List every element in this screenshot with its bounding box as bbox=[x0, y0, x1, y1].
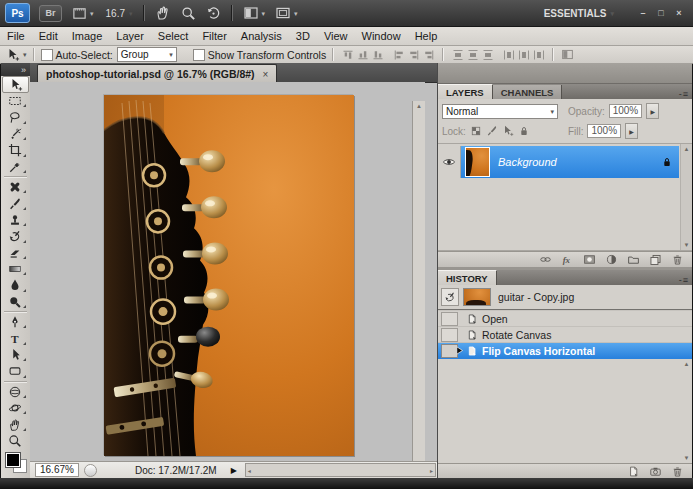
hand-tool[interactable] bbox=[1, 416, 28, 432]
rotate-view-button[interactable] bbox=[206, 6, 221, 21]
tab-close-icon[interactable]: × bbox=[263, 69, 269, 80]
add-layer-mask-button[interactable] bbox=[583, 253, 596, 266]
history-snapshot-row[interactable]: guitar - Copy.jpg bbox=[438, 285, 692, 311]
blur-tool[interactable] bbox=[1, 277, 28, 293]
quick-selection-tool[interactable] bbox=[1, 126, 28, 142]
canvas-image[interactable] bbox=[104, 95, 354, 456]
menu-image[interactable]: Image bbox=[65, 27, 110, 45]
menu-file[interactable]: File bbox=[0, 27, 32, 45]
lock-image-pixels-button[interactable] bbox=[486, 125, 498, 137]
distribute-right-edges-button[interactable] bbox=[531, 48, 546, 61]
opacity-slider-button[interactable]: ▶ bbox=[646, 103, 659, 119]
menu-help[interactable]: Help bbox=[408, 27, 445, 45]
scroll-up-icon[interactable]: ▲ bbox=[684, 359, 690, 369]
auto-select-checkbox[interactable] bbox=[41, 49, 53, 61]
3d-rotate-tool[interactable] bbox=[1, 384, 28, 400]
align-right-edges-button[interactable] bbox=[421, 48, 436, 61]
dock-header[interactable] bbox=[438, 63, 692, 84]
panel-menu-button[interactable]: - ≡ bbox=[679, 89, 692, 99]
scroll-up-icon[interactable]: ▲ bbox=[684, 144, 690, 154]
blend-mode-dropdown[interactable]: Normal ▾ bbox=[442, 104, 558, 119]
close-button[interactable]: × bbox=[672, 7, 686, 20]
tab-layers[interactable]: LAYERS bbox=[438, 84, 493, 99]
link-layers-button[interactable] bbox=[539, 253, 552, 266]
menu-layer[interactable]: Layer bbox=[109, 27, 151, 45]
brush-tool[interactable] bbox=[1, 195, 28, 211]
launch-bridge-button[interactable]: Br bbox=[39, 5, 62, 22]
gradient-tool[interactable] bbox=[1, 261, 28, 277]
align-bottom-edges-button[interactable] bbox=[370, 48, 385, 61]
menu-analysis[interactable]: Analysis bbox=[234, 27, 289, 45]
workspace-switcher[interactable]: ESSENTIALS bbox=[544, 8, 607, 19]
horizontal-type-tool[interactable] bbox=[1, 330, 28, 346]
scroll-up-icon[interactable]: ▲ bbox=[416, 101, 422, 111]
distribute-vertical-centers-button[interactable] bbox=[465, 48, 480, 61]
layer-row-background[interactable]: Background bbox=[438, 146, 679, 178]
history-state-flip-canvas-horizontal[interactable]: Flip Canvas Horizontal bbox=[438, 343, 692, 359]
menu-3d[interactable]: 3D bbox=[289, 27, 317, 45]
zoom-tool[interactable] bbox=[1, 433, 28, 449]
history-state-rotate-canvas[interactable]: Rotate Canvas bbox=[438, 327, 692, 343]
photoshop-logo[interactable]: Ps bbox=[5, 3, 30, 23]
distribute-left-edges-button[interactable] bbox=[501, 48, 516, 61]
align-top-edges-button[interactable] bbox=[340, 48, 355, 61]
distribute-horizontal-centers-button[interactable] bbox=[516, 48, 531, 61]
screen-mode-button[interactable]: ▾ bbox=[275, 5, 298, 21]
auto-align-layers-button[interactable] bbox=[560, 48, 575, 61]
menu-select[interactable]: Select bbox=[151, 27, 196, 45]
lock-position-button[interactable] bbox=[502, 125, 514, 137]
align-vertical-centers-button[interactable] bbox=[355, 48, 370, 61]
status-zoom-field[interactable]: 16.67% bbox=[35, 463, 79, 477]
tab-history[interactable]: HISTORY bbox=[438, 270, 497, 285]
eyedropper-tool[interactable] bbox=[1, 159, 28, 175]
fill-slider-button[interactable]: ▶ bbox=[625, 123, 638, 139]
tools-panel-header[interactable]: » bbox=[1, 63, 30, 76]
foreground-color-swatch[interactable] bbox=[6, 453, 20, 467]
panel-menu-button[interactable]: - ≡ bbox=[679, 275, 692, 285]
crop-tool[interactable] bbox=[1, 142, 28, 158]
clone-stamp-tool[interactable] bbox=[1, 212, 28, 228]
zoom-tool-button[interactable] bbox=[181, 6, 196, 21]
scroll-right-icon[interactable]: ▸ bbox=[430, 465, 433, 476]
scroll-down-icon[interactable]: ▼ bbox=[684, 453, 690, 463]
spot-healing-brush-tool[interactable] bbox=[1, 179, 28, 195]
rectangle-shape-tool[interactable] bbox=[1, 363, 28, 379]
history-source-checkbox[interactable] bbox=[441, 328, 458, 342]
history-scrollbar[interactable]: ▲ ▼ bbox=[681, 359, 692, 463]
new-document-from-state-button[interactable] bbox=[627, 465, 640, 478]
rectangular-marquee-tool[interactable] bbox=[1, 93, 28, 109]
new-group-button[interactable] bbox=[627, 253, 640, 266]
arrange-documents-button[interactable]: ▾ bbox=[243, 5, 266, 21]
color-swatches[interactable] bbox=[5, 452, 27, 472]
delete-state-button[interactable] bbox=[671, 465, 684, 478]
menu-edit[interactable]: Edit bbox=[32, 27, 65, 45]
scroll-left-icon[interactable]: ◂ bbox=[248, 465, 251, 476]
lasso-tool[interactable] bbox=[1, 109, 28, 125]
minimize-button[interactable]: – bbox=[636, 7, 650, 20]
show-transform-checkbox[interactable] bbox=[193, 49, 205, 61]
menu-filter[interactable]: Filter bbox=[195, 27, 233, 45]
distribute-top-edges-button[interactable] bbox=[450, 48, 465, 61]
history-brush-tool[interactable] bbox=[1, 228, 28, 244]
maximize-button[interactable]: □ bbox=[654, 7, 668, 20]
dodge-tool[interactable] bbox=[1, 294, 28, 310]
delete-layer-button[interactable] bbox=[671, 253, 684, 266]
new-layer-button[interactable] bbox=[649, 253, 662, 266]
distribute-bottom-edges-button[interactable] bbox=[480, 48, 495, 61]
align-left-edges-button[interactable] bbox=[391, 48, 406, 61]
menu-view[interactable]: View bbox=[317, 27, 355, 45]
path-selection-tool[interactable] bbox=[1, 347, 28, 363]
3d-orbit-tool[interactable] bbox=[1, 400, 28, 416]
tab-channels[interactable]: CHANNELS bbox=[493, 85, 563, 99]
auto-select-dropdown[interactable]: Group ▾ bbox=[117, 47, 177, 62]
opacity-value[interactable]: 100% bbox=[609, 104, 643, 118]
eraser-tool[interactable] bbox=[1, 245, 28, 261]
history-brush-source-icon[interactable] bbox=[441, 288, 459, 306]
fill-value[interactable]: 100% bbox=[587, 124, 621, 138]
scroll-down-icon[interactable]: ▼ bbox=[684, 240, 690, 250]
adjustment-layer-button[interactable] bbox=[605, 253, 618, 266]
layer-style-button[interactable] bbox=[561, 253, 574, 266]
layer-list-scrollbar[interactable]: ▲ ▼ bbox=[680, 144, 692, 250]
status-flyout-button[interactable]: ▶ bbox=[231, 466, 237, 475]
pen-tool[interactable] bbox=[1, 314, 28, 330]
